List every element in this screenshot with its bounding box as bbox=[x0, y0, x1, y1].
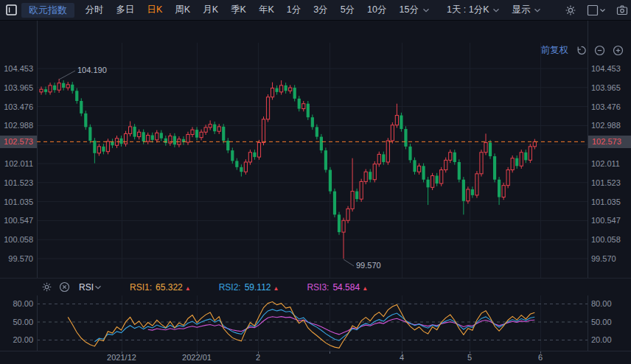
candle bbox=[266, 94, 269, 122]
period-quarterly-k[interactable]: 季K bbox=[225, 4, 253, 16]
price-axis-label: 103.476 bbox=[591, 102, 621, 112]
candle bbox=[271, 83, 273, 100]
period-daily-k[interactable]: 日K bbox=[141, 4, 169, 16]
candle bbox=[395, 104, 398, 128]
candle bbox=[520, 150, 523, 169]
price-axis-label: 103.965 bbox=[0, 83, 33, 93]
reset-view-icon[interactable] bbox=[576, 45, 587, 56]
screenshot-camera-icon[interactable] bbox=[616, 4, 628, 16]
period-10min[interactable]: 10分 bbox=[361, 4, 393, 16]
candle bbox=[475, 171, 478, 197]
interval-combo[interactable]: 1天 : 1分K bbox=[440, 4, 506, 16]
period-1min[interactable]: 1分 bbox=[280, 4, 307, 16]
settings-gear-icon[interactable] bbox=[565, 4, 576, 16]
candle bbox=[480, 150, 483, 176]
rsi1-value: 65.322 bbox=[156, 282, 183, 293]
candle bbox=[484, 133, 487, 155]
low-annotation-line bbox=[344, 259, 354, 266]
candle bbox=[262, 116, 265, 145]
candle bbox=[302, 101, 305, 111]
candlestick-chart[interactable] bbox=[0, 21, 631, 278]
date-label: 4 bbox=[400, 353, 404, 362]
period-more-chevron-icon[interactable] bbox=[422, 7, 430, 13]
rsi-axis-label: 20.00 bbox=[591, 335, 612, 345]
period-monthly-k[interactable]: 月K bbox=[197, 4, 225, 16]
candle bbox=[449, 150, 452, 163]
period-yearly-k[interactable]: 年K bbox=[252, 4, 280, 16]
candle bbox=[329, 167, 332, 194]
zoom-in-icon[interactable] bbox=[613, 45, 624, 56]
candle bbox=[462, 177, 465, 214]
candle bbox=[53, 83, 56, 93]
display-menu[interactable]: 显示 bbox=[506, 4, 547, 16]
candle bbox=[182, 136, 185, 145]
indicator-chevron-icon[interactable] bbox=[94, 284, 102, 290]
candle bbox=[240, 164, 243, 176]
toolbar-icon-group bbox=[565, 4, 631, 16]
date-tick bbox=[330, 351, 330, 354]
date-axis: 2021/122022/012456 bbox=[0, 351, 631, 364]
candle bbox=[391, 122, 394, 144]
indicator-settings-gear-icon[interactable] bbox=[41, 281, 52, 293]
trading-app: 欧元指数 分时 多日 日K 周K 月K 季K 年K 1分 3分 5分 10分 1… bbox=[0, 0, 631, 364]
candle bbox=[489, 140, 492, 159]
current-price-label-left: 102.573 bbox=[0, 136, 37, 148]
candle bbox=[417, 164, 420, 175]
candle bbox=[66, 82, 69, 91]
candle bbox=[408, 144, 411, 163]
candle bbox=[320, 134, 323, 153]
candle bbox=[346, 206, 349, 223]
candle bbox=[333, 189, 336, 217]
rsi-axis-label: 80.00 bbox=[591, 299, 612, 309]
rsi-axis-label: 50.00 bbox=[0, 318, 33, 327]
rsi-chart[interactable] bbox=[0, 295, 631, 351]
period-5min[interactable]: 5分 bbox=[334, 4, 360, 16]
candle bbox=[373, 161, 376, 183]
candle bbox=[173, 133, 176, 147]
period-weekly-k[interactable]: 周K bbox=[169, 4, 197, 16]
candle bbox=[440, 167, 443, 186]
price-axis-label: 100.547 bbox=[0, 215, 33, 225]
rsi2-label: RSI2: bbox=[219, 282, 241, 293]
indicator-name[interactable]: RSI bbox=[79, 282, 94, 293]
period-multi-day[interactable]: 多日 bbox=[110, 4, 141, 16]
candle bbox=[493, 153, 496, 182]
candle bbox=[169, 133, 172, 146]
up-triangle-icon: ▲ bbox=[273, 285, 279, 292]
zoom-out-icon[interactable] bbox=[594, 45, 605, 56]
price-axis-label: 100.547 bbox=[591, 215, 621, 225]
rsi-axis-label: 20.00 bbox=[0, 335, 33, 345]
period-15min[interactable]: 15分 bbox=[393, 4, 425, 16]
price-axis-label: 103.965 bbox=[591, 83, 621, 93]
candle bbox=[515, 155, 518, 169]
indicator-close-icon[interactable] bbox=[59, 281, 70, 293]
instrument-tab[interactable]: 欧元指数 bbox=[21, 3, 74, 18]
candle bbox=[427, 177, 430, 205]
period-3min[interactable]: 3分 bbox=[307, 4, 334, 16]
candle bbox=[49, 83, 52, 94]
high-annotation-line bbox=[59, 71, 75, 80]
date-label: 5 bbox=[467, 353, 472, 362]
candle bbox=[502, 183, 505, 200]
up-triangle-icon: ▲ bbox=[185, 285, 191, 292]
candle bbox=[364, 169, 367, 184]
window-icon[interactable] bbox=[6, 4, 17, 16]
candle bbox=[453, 150, 456, 165]
period-minute-chart[interactable]: 分时 bbox=[79, 4, 110, 16]
low-annotation: 99.570 bbox=[356, 261, 381, 270]
adjust-mode-label[interactable]: 前复权 bbox=[541, 44, 569, 57]
candle bbox=[248, 150, 251, 165]
candle bbox=[275, 85, 278, 95]
price-axis-label: 101.523 bbox=[591, 178, 621, 188]
rsi2-value: 59.112 bbox=[245, 282, 271, 293]
candle bbox=[471, 186, 474, 197]
candle bbox=[285, 83, 287, 94]
candle bbox=[111, 139, 114, 148]
candle bbox=[533, 139, 536, 150]
chart-layout-select[interactable] bbox=[587, 4, 606, 16]
candle bbox=[529, 144, 531, 163]
date-label: 6 bbox=[538, 353, 543, 362]
up-triangle-icon: ▲ bbox=[362, 285, 368, 292]
chevron-down-icon bbox=[534, 7, 541, 13]
candle bbox=[511, 155, 514, 172]
